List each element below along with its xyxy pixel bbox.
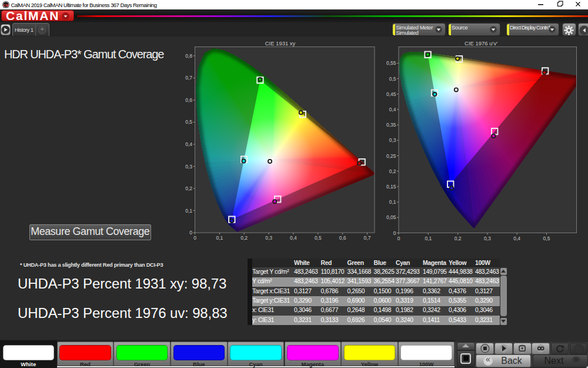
svg-text:0,4: 0,4 xyxy=(513,236,520,241)
svg-text:0,3: 0,3 xyxy=(265,235,272,241)
svg-text:0,1: 0,1 xyxy=(389,199,396,205)
svg-text:0,45: 0,45 xyxy=(386,91,396,97)
svg-text:0: 0 xyxy=(397,236,400,241)
svg-text:0,1: 0,1 xyxy=(185,208,192,214)
svg-text:0,55: 0,55 xyxy=(386,60,396,66)
svg-text:CIE 1976 u'v': CIE 1976 u'v' xyxy=(465,40,497,47)
svg-text:0,5: 0,5 xyxy=(315,235,322,241)
svg-text:0,15: 0,15 xyxy=(386,184,396,190)
svg-text:0: 0 xyxy=(193,235,196,241)
svg-text:0: 0 xyxy=(189,230,192,236)
svg-text:0,2: 0,2 xyxy=(389,168,396,174)
svg-text:0,3: 0,3 xyxy=(389,137,396,143)
svg-text:0,25: 0,25 xyxy=(386,153,396,159)
svg-text:0,2: 0,2 xyxy=(185,185,192,191)
svg-text:CIE 1931 xy: CIE 1931 xy xyxy=(265,40,296,47)
svg-text:0,6: 0,6 xyxy=(185,97,192,103)
svg-text:0,4: 0,4 xyxy=(185,141,192,147)
svg-text:0,1: 0,1 xyxy=(425,236,432,241)
svg-text:0,2: 0,2 xyxy=(240,235,248,241)
svg-text:0,4: 0,4 xyxy=(290,235,297,241)
svg-text:0,4: 0,4 xyxy=(389,107,396,112)
svg-text:0,2: 0,2 xyxy=(455,236,462,241)
svg-text:0,5: 0,5 xyxy=(543,236,550,241)
svg-text:0,5: 0,5 xyxy=(185,119,192,125)
svg-text:0,8: 0,8 xyxy=(185,53,192,59)
svg-text:0,7: 0,7 xyxy=(364,235,371,241)
svg-text:0,3: 0,3 xyxy=(185,164,192,170)
svg-text:0,7: 0,7 xyxy=(185,75,192,81)
svg-text:0,1: 0,1 xyxy=(216,235,223,241)
svg-text:0,05: 0,05 xyxy=(386,214,396,220)
svg-text:0,35: 0,35 xyxy=(386,122,396,128)
svg-text:0: 0 xyxy=(393,230,396,236)
svg-text:0,6: 0,6 xyxy=(339,235,346,241)
svg-text:0,3: 0,3 xyxy=(484,236,491,241)
svg-text:0,5: 0,5 xyxy=(389,76,396,82)
